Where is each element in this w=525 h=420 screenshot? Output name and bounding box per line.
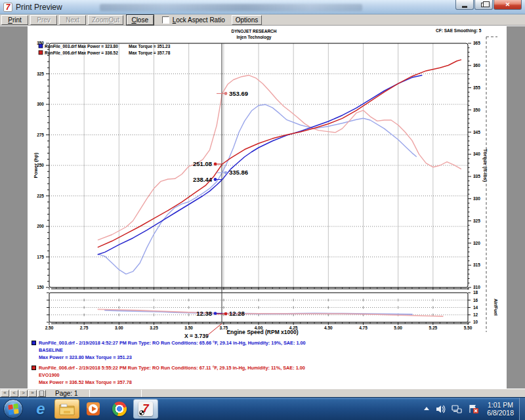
power-tick-label: 275 (37, 133, 44, 137)
taskbar-clock[interactable]: 1:01 PM 6/8/2018 (487, 401, 514, 417)
clock-time: 1:01 PM (487, 401, 514, 409)
run-info-block: RunFile_003.drf - 2/19/2018 4:52:27 PM R… (32, 339, 491, 386)
checkbox-box[interactable] (162, 16, 169, 24)
rpm-tick-label: 4.75 (359, 326, 368, 330)
system-tray: 1:01 PM 6/8/2018 (423, 401, 519, 417)
callout-value: 251.08 (193, 160, 212, 167)
torque-tick-label: 315 (473, 262, 480, 267)
series-power-runfile006 (98, 60, 461, 247)
page-list-button[interactable] (37, 390, 46, 397)
run2-swatch (32, 366, 36, 370)
internet-explorer-icon: e (36, 401, 45, 417)
power-tick-label: 225 (37, 194, 44, 198)
lock-aspect-ratio-checkbox[interactable]: Lock Aspect Ratio (162, 16, 225, 24)
power-tick-label: 200 (37, 224, 44, 228)
close-preview-button[interactable]: Close (127, 15, 154, 25)
taskbar-item-dynojet-winpep[interactable]: 7 (133, 399, 158, 419)
chrome-icon (112, 402, 127, 416)
torque-tick-label: 335 (473, 174, 480, 178)
rpm-tick-label: 3.00 (115, 326, 123, 330)
callout-dot (224, 92, 228, 95)
callout-value: 353.69 (229, 90, 248, 97)
window-title: Print Preview (16, 3, 62, 12)
windows-logo-icon (8, 404, 19, 416)
taskbar-item-internet-explorer[interactable]: e (28, 399, 53, 419)
restore-button[interactable] (474, 0, 493, 10)
legend-label: RunFile_003.drf Max Power = 323.80 (45, 44, 118, 49)
title-bar[interactable]: 7 Print Preview ✕ (0, 0, 525, 14)
airfuel-tick-label: 14 (473, 305, 478, 310)
next-button[interactable]: Next (59, 15, 86, 25)
rpm-tick-label: 5.50 (464, 326, 472, 330)
prev-button[interactable]: Prev (30, 15, 57, 25)
print-preview-window: 7 Print Preview ✕ Print Prev Next Zoom O… (0, 0, 525, 420)
first-page-button[interactable]: « (1, 390, 9, 397)
rpm-tick-label: 2.50 (45, 326, 54, 330)
cursor-x-label: X = 3.739 (184, 333, 209, 339)
legend-label: Max Torque = 357.78 (129, 51, 171, 56)
rpm-tick-label: 4.50 (324, 326, 333, 330)
x-axis-title: Engine Speed (RPM x1000) (226, 329, 298, 335)
callout-value: 12.28 (229, 310, 245, 317)
power-tick-label: 325 (37, 72, 44, 76)
rpm-tick-label: 3.50 (184, 326, 193, 330)
print-button[interactable]: Print (1, 15, 28, 25)
close-window-button[interactable]: ✕ (494, 0, 522, 10)
taskbar-item-file-explorer[interactable] (54, 399, 79, 419)
rpm-tick-label: 2.75 (80, 326, 89, 330)
network-icon[interactable] (452, 405, 462, 413)
zoom-out-button[interactable]: Zoom Out (88, 15, 123, 25)
document-icon (39, 390, 44, 396)
toolbar: Print Prev Next Zoom Out Close Lock Aspe… (0, 14, 525, 26)
minimize-button[interactable] (455, 0, 474, 10)
callout-value: 12.38 (196, 310, 212, 317)
rpm-tick-label: 3.25 (150, 326, 158, 330)
chart-subtitle: Injen Technology (237, 35, 272, 40)
run1-swatch (32, 341, 36, 345)
start-button[interactable] (3, 399, 23, 419)
power-tick-label: 150 (37, 285, 44, 289)
close-icon: ✕ (505, 1, 511, 8)
callout-dot (224, 171, 228, 175)
power-tick-label: 300 (37, 102, 44, 106)
last-page-button[interactable]: » (28, 390, 37, 397)
action-center-flag-icon[interactable] (468, 404, 478, 413)
callout-dot (224, 312, 228, 316)
next-page-button[interactable]: > (19, 390, 28, 397)
hidden-icons-arrow-icon[interactable] (423, 406, 430, 411)
restore-icon (481, 3, 486, 7)
callout-value: 238.44 (193, 176, 213, 183)
volume-icon[interactable] (436, 405, 446, 413)
show-desktop-button[interactable] (519, 398, 525, 420)
legend-label: Max Torque = 351.23 (129, 44, 171, 49)
run1-name-line: BASELINE (32, 346, 491, 354)
callout-value: 335.86 (229, 169, 248, 176)
taskbar-item-chrome[interactable] (107, 399, 132, 419)
folder-icon (59, 402, 75, 415)
torque-tick-label: 355 (473, 85, 480, 90)
series-torque-runfile006 (98, 75, 461, 240)
status-separator (141, 390, 142, 397)
minimize-icon (462, 6, 467, 8)
taskbar-item-windows-media-player[interactable] (81, 399, 106, 419)
options-button[interactable]: Options (232, 15, 262, 25)
clock-date: 6/8/2018 (487, 409, 514, 417)
status-bar: « < > » Page: 1 (0, 388, 525, 397)
torque-tick-label: 340 (473, 152, 480, 156)
taskbar: e 7 (0, 397, 525, 420)
run1-stats-line: Max Power = 323.80 Max Torque = 351.23 (32, 354, 491, 361)
dyno-chart: 1501752002252502753003253503103153203253… (0, 26, 525, 388)
airfuel-tick-label: 18 (473, 290, 478, 295)
callout-dot (214, 312, 217, 315)
media-player-icon (86, 402, 100, 416)
rpm-tick-label: 5.25 (429, 326, 438, 330)
legend-swatch (39, 51, 43, 54)
run2-file-line: RunFile_006.drf - 2/19/2018 5:55:22 PM R… (39, 365, 305, 371)
series-power-runfile003 (98, 75, 421, 255)
torque-tick-label: 325 (473, 219, 480, 223)
airfuel-tick-label: 10 (473, 320, 478, 324)
torque-tick-label: 360 (473, 63, 480, 68)
torque-tick-label: 365 (473, 41, 480, 45)
prev-page-button[interactable]: < (10, 390, 18, 397)
preview-page: 1501752002252502753003253503103153203253… (0, 26, 525, 388)
